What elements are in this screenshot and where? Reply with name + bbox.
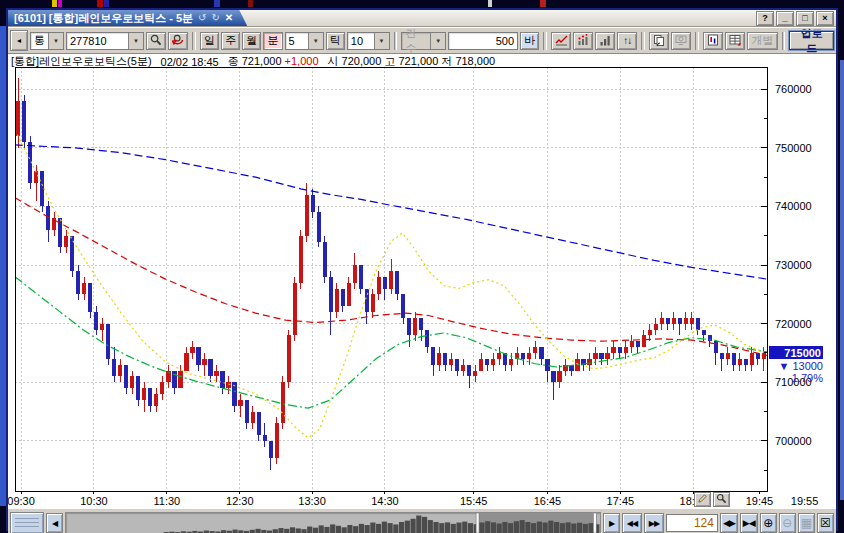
search-recent-button[interactable] <box>168 32 188 50</box>
magnifier-icon <box>716 492 727 507</box>
close-panel-button[interactable]: ☒ <box>817 513 834 533</box>
open-value: 720,000 <box>342 55 382 67</box>
open-label: 시 <box>328 55 339 67</box>
scroll-left-button[interactable]: ◀ <box>46 513 63 533</box>
period-minute-button[interactable]: 분 <box>263 32 282 50</box>
background-artifact <box>97 0 103 7</box>
collapse-toolbar-button[interactable]: ◂ <box>10 30 28 51</box>
svg-text:700000: 700000 <box>775 435 812 447</box>
svg-text:750000: 750000 <box>775 142 812 154</box>
zoom-in-button[interactable]: ⊕ <box>760 513 777 533</box>
search-icon <box>150 34 162 48</box>
jump-first-last-button[interactable]: ◀▶ <box>720 513 738 533</box>
cycle-back-icon[interactable]: ↺ <box>198 13 206 23</box>
change-value: +1,000 <box>285 55 319 67</box>
window-title: [6101] [통합]레인보우로보틱스 - 5분 <box>14 11 193 26</box>
page-back-button[interactable]: ◀◀ <box>622 513 642 533</box>
bar-count-input[interactable] <box>448 32 518 50</box>
candlestick-chart[interactable]: 7600007500007400007300007200007100007000… <box>8 67 836 508</box>
sort-updown-button[interactable]: ↑↓ <box>617 32 637 50</box>
up-down-arrows-icon: ↑↓ <box>623 35 631 46</box>
period-tick-button[interactable]: 틱 <box>326 32 345 50</box>
toolbar-separator <box>695 32 699 50</box>
chevron-down-icon[interactable]: ▼ <box>128 33 143 49</box>
svg-text:19:55: 19:55 <box>791 495 819 507</box>
candle-page-icon <box>707 34 719 48</box>
period-month-button[interactable]: 월 <box>242 32 261 50</box>
splitter-grip[interactable] <box>10 512 44 533</box>
grid-table-icon <box>729 34 741 48</box>
svg-text:720000: 720000 <box>775 318 812 330</box>
svg-text:13:30: 13:30 <box>298 495 326 507</box>
candles-layer <box>16 78 766 471</box>
volume-navigator[interactable] <box>66 513 600 533</box>
background-artifact <box>214 0 220 7</box>
chevron-down-icon: ▼ <box>430 33 445 49</box>
search-button[interactable] <box>146 32 166 50</box>
stock-code-combo[interactable]: 277810 ▼ <box>66 32 144 50</box>
line-chart-tool-button[interactable] <box>551 32 571 50</box>
monitor-search-button-disabled <box>671 32 691 50</box>
duplicate-chart-button[interactable] <box>649 32 669 50</box>
window-controls: ? _ □ × <box>756 10 836 26</box>
copy-document-icon <box>653 34 665 48</box>
toolbar-separator <box>782 32 786 50</box>
bar-chart-button[interactable] <box>595 32 615 50</box>
dotted-bars-icon <box>577 34 589 48</box>
maximize-button[interactable]: □ <box>796 11 814 26</box>
jump-end-button[interactable]: ▶◀ <box>740 513 758 533</box>
high-value: 721,000 <box>398 55 438 67</box>
stock-type-dropdown[interactable]: 통 ▼ <box>30 32 64 50</box>
chart-info-bar: [통합]레인보우로보틱스(5분) 02/02 18:45 종 721,000 +… <box>8 54 836 68</box>
background-artifact <box>58 0 62 7</box>
background-artifact <box>52 0 57 7</box>
toolbar-separator <box>192 32 196 50</box>
minimize-button[interactable]: _ <box>776 11 794 26</box>
minute-interval-dropdown[interactable]: 5 ▼ <box>285 32 324 50</box>
toolbar: ◂ 통 ▼ 277810 ▼ 일 주 월 분 5 ▼ <box>8 27 836 54</box>
line-chart-icon <box>555 34 568 48</box>
period-day-button[interactable]: 일 <box>200 32 219 50</box>
chart-scrollbar-track[interactable] <box>65 512 601 533</box>
minute-interval-value: 5 <box>286 35 308 47</box>
page-forward-button[interactable]: ▶▶ <box>644 513 664 533</box>
chevron-down-icon[interactable]: ▼ <box>48 33 63 49</box>
svg-text:15:45: 15:45 <box>460 495 488 507</box>
draw-tool-button[interactable] <box>694 492 711 507</box>
chevron-down-icon[interactable]: ▼ <box>308 33 323 49</box>
tab-close-icon[interactable]: ✕ <box>225 13 233 23</box>
bar-position-input[interactable] <box>666 514 718 532</box>
count-label: 건수 <box>402 26 430 56</box>
chevron-down-icon[interactable]: ▼ <box>374 33 389 49</box>
low-value: 718,000 <box>455 55 495 67</box>
grid-view-button[interactable] <box>725 32 745 50</box>
svg-text:16:45: 16:45 <box>534 495 562 507</box>
cycle-forward-icon[interactable]: ↻ <box>211 13 219 23</box>
window-title-tab[interactable]: [6101] [통합]레인보우로보틱스 - 5분 ↺ ↻ ✕ <box>8 10 247 26</box>
dotted-bar-chart-button[interactable] <box>573 32 593 50</box>
scroll-right-button[interactable]: ▶ <box>603 513 620 533</box>
close-button[interactable]: × <box>816 11 834 26</box>
background-artifact <box>540 0 546 7</box>
bar-unit-button[interactable]: 바 <box>520 32 539 50</box>
close-value: 721,000 <box>242 55 282 67</box>
ma-short <box>15 277 767 408</box>
zoom-out-button-disabled: ⊖ <box>779 513 796 533</box>
upload-button[interactable]: 업로드 <box>789 31 834 50</box>
zoom-tool-button[interactable] <box>713 492 730 507</box>
tick-interval-dropdown[interactable]: 10 ▼ <box>347 32 390 50</box>
navigator-handle-right[interactable] <box>593 513 596 533</box>
tick-interval-value: 10 <box>348 35 374 47</box>
stock-code-value: 277810 <box>67 35 128 47</box>
background-artifact <box>488 0 492 7</box>
candle-report-button[interactable] <box>703 32 723 50</box>
toolbar-separator <box>543 32 547 50</box>
titlebar[interactable]: [6101] [통합]레인보우로보틱스 - 5분 ↺ ↻ ✕ ? _ □ × <box>8 10 836 27</box>
ma-long <box>15 145 767 279</box>
period-week-button[interactable]: 주 <box>221 32 240 50</box>
close-label: 종 <box>228 55 239 67</box>
navigator-handle-left[interactable] <box>476 513 479 533</box>
individual-button-disabled: 개별 <box>747 32 777 50</box>
help-button[interactable]: ? <box>756 11 774 26</box>
svg-text:12:30: 12:30 <box>226 495 254 507</box>
